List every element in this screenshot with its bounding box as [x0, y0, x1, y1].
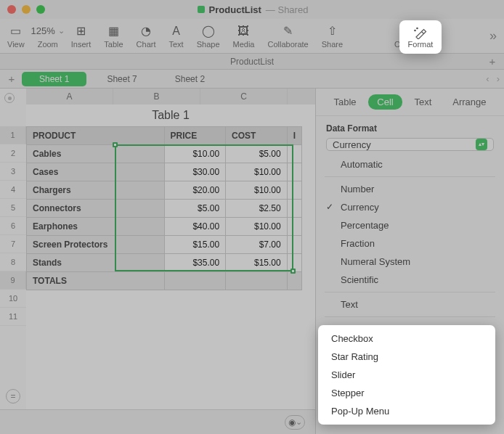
cell[interactable]: Stands	[27, 254, 165, 272]
media-icon: 🖼	[236, 24, 251, 38]
tab-table[interactable]: Table	[325, 94, 365, 110]
row-header[interactable]: 2	[0, 144, 26, 163]
column-header-cell[interactable]: PRODUCT	[27, 127, 165, 145]
cell[interactable]: $10.00	[226, 181, 288, 200]
row-header[interactable]: 11	[0, 308, 26, 326]
cell[interactable]	[287, 200, 301, 218]
cell[interactable]: $30.00	[164, 163, 226, 181]
formula-button[interactable]: =	[6, 389, 20, 404]
checkmark-icon: ✓	[326, 202, 333, 212]
media-button[interactable]: 🖼 Media	[233, 24, 255, 49]
zoom-button[interactable]: 125%⌄ Zoom	[38, 24, 58, 49]
cell[interactable]: Cables	[27, 145, 165, 163]
menu-item-fraction[interactable]: Fraction	[316, 234, 504, 253]
cell[interactable]: $10.00	[226, 218, 288, 236]
collaborate-button[interactable]: ✎ Collaborate	[267, 24, 308, 49]
menu-item-checkbox[interactable]: Checkbox	[318, 329, 495, 348]
cell[interactable]: $2.50	[226, 200, 288, 218]
view-button[interactable]: ▭ View	[7, 24, 25, 49]
row-header[interactable]: 6	[0, 217, 26, 235]
share-button[interactable]: ⇧ Share	[322, 24, 343, 49]
prev-sheet-icon[interactable]: ‹	[486, 73, 489, 84]
row-header[interactable]: 10	[0, 290, 26, 308]
column-header-cell[interactable]: PRICE	[164, 127, 226, 145]
menu-item-scientific[interactable]: Scientific	[316, 271, 504, 289]
tab-arrange[interactable]: Arrange	[444, 94, 495, 110]
menu-item-currency[interactable]: ✓Currency	[316, 198, 504, 216]
sheet-tab[interactable]: Sheet 2	[158, 72, 222, 86]
data-format-dropdown[interactable]: Currency ▴▾	[326, 138, 494, 151]
menu-item-popup-menu[interactable]: Pop-Up Menu	[318, 402, 495, 420]
row-header[interactable]: 3	[0, 163, 26, 181]
cell[interactable]: $7.00	[226, 236, 288, 254]
cell[interactable]	[226, 272, 288, 290]
row-header[interactable]: 4	[0, 181, 26, 199]
cell[interactable]: $35.00	[164, 254, 226, 272]
text-button[interactable]: A Text	[169, 24, 184, 49]
column-header[interactable]: B	[113, 89, 200, 105]
close-icon[interactable]	[7, 5, 16, 14]
menu-item-stepper[interactable]: Stepper	[318, 384, 495, 402]
cell[interactable]: Connectors	[27, 200, 165, 218]
row-header[interactable]: 1	[0, 126, 26, 144]
cell[interactable]: Cases	[27, 163, 165, 181]
cell[interactable]	[287, 272, 301, 290]
sheet-tab[interactable]: Sheet 1	[22, 72, 86, 86]
cell[interactable]	[287, 254, 301, 272]
column-header-cell[interactable]: I	[287, 127, 301, 145]
minimize-icon[interactable]	[22, 5, 31, 14]
sheet-area[interactable]: A B C D 1 2 3 4 5 6 7 8 9 10 11 Table 1 …	[0, 89, 315, 434]
tab-text[interactable]: Text	[406, 94, 441, 110]
column-header[interactable]: C	[200, 89, 288, 105]
cell[interactable]: Screen Protectors	[27, 236, 165, 254]
row-header[interactable]: 5	[0, 199, 26, 217]
chart-button[interactable]: ◔ Chart	[137, 24, 156, 49]
cell[interactable]: $5.00	[164, 200, 226, 218]
tab-cell[interactable]: Cell	[368, 94, 402, 110]
cell[interactable]: $40.00	[164, 218, 226, 236]
cell[interactable]	[287, 145, 301, 163]
cell[interactable]	[287, 181, 301, 200]
menu-item-numeral-system[interactable]: Numeral System	[316, 253, 504, 271]
table-button[interactable]: ▦ Table	[104, 24, 123, 49]
insert-button[interactable]: ⊞ Insert	[71, 24, 92, 49]
document-title[interactable]: ProductList — Shared	[45, 4, 460, 15]
menu-item-automatic[interactable]: Automatic	[316, 155, 504, 173]
cell[interactable]: $10.00	[164, 145, 226, 163]
row-header[interactable]: 7	[0, 235, 26, 253]
cell[interactable]: $5.00	[226, 145, 288, 163]
menu-item-percentage[interactable]: Percentage	[316, 216, 504, 234]
cell[interactable]	[287, 163, 301, 181]
cell[interactable]: $15.00	[226, 254, 288, 272]
view-mode-button[interactable]: ◉ ⌄	[285, 415, 305, 430]
shape-button[interactable]: ◯ Shape	[197, 24, 220, 49]
cell[interactable]	[164, 272, 226, 290]
column-headers: A B C D	[26, 89, 315, 105]
table-title[interactable]: Table 1	[26, 105, 315, 126]
add-sheet-button[interactable]: +	[4, 73, 19, 85]
select-all-cell[interactable]	[4, 93, 15, 103]
more-icon[interactable]: »	[489, 28, 497, 44]
menu-item-slider[interactable]: Slider	[318, 366, 495, 384]
column-header-cell[interactable]: COST	[226, 127, 288, 145]
cell[interactable]: Chargers	[27, 181, 165, 200]
column-header[interactable]: D	[288, 89, 315, 105]
cell[interactable]: TOTALS	[27, 272, 165, 290]
cell[interactable]: $10.00	[226, 163, 288, 181]
row-header[interactable]: 9	[0, 271, 26, 290]
next-sheet-icon[interactable]: ›	[497, 73, 500, 84]
row-header[interactable]: 8	[0, 253, 26, 271]
cell[interactable]: Earphones	[27, 218, 165, 236]
cell[interactable]	[287, 218, 301, 236]
cell[interactable]: $15.00	[164, 236, 226, 254]
add-panel-button[interactable]: +	[485, 54, 500, 70]
column-header[interactable]: A	[26, 89, 113, 105]
format-button[interactable]: Format	[399, 20, 442, 54]
sheet-tab[interactable]: Sheet 7	[89, 72, 154, 86]
menu-item-number[interactable]: Number	[316, 180, 504, 198]
menu-item-star-rating[interactable]: Star Rating	[318, 348, 495, 366]
fullscreen-icon[interactable]	[36, 5, 45, 14]
menu-item-text[interactable]: Text	[316, 295, 504, 314]
cell[interactable]: $20.00	[164, 181, 226, 200]
cell[interactable]	[287, 236, 301, 254]
